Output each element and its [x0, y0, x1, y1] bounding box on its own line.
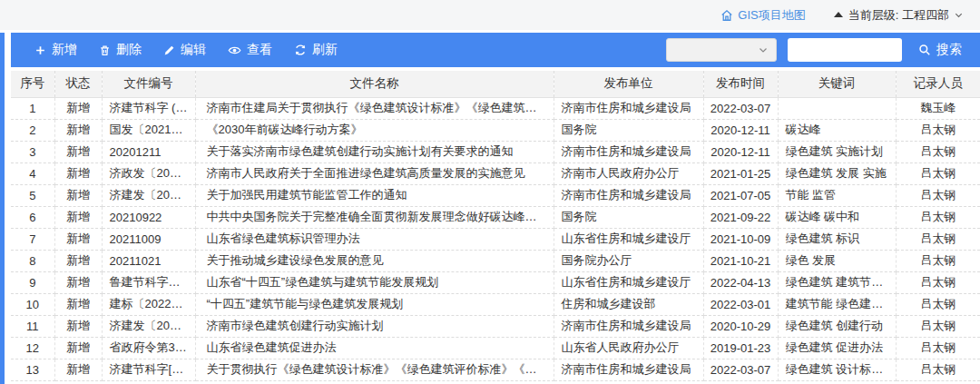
gis-map-link[interactable]: GIS项目地图	[720, 7, 805, 24]
cell-index: 8	[11, 250, 54, 271]
add-button[interactable]: 新增	[24, 33, 88, 67]
cell-publish-date: 2019-01-23	[703, 337, 778, 359]
table-row[interactable]: 1新增济建节科字 (20...济南市住建局关于贯彻执行《绿色建筑设计标准》《绿色…	[11, 97, 980, 119]
filter-select[interactable]	[666, 38, 777, 62]
cell-keywords: 绿色建筑 实施计划	[778, 141, 896, 162]
cell-file-number: 20211021	[102, 250, 195, 271]
table-row[interactable]: 6新增20210922中共中央国务院关于完整准确全面贯彻新发展理念做好碳达峰碳中…	[11, 206, 980, 228]
cell-keywords: 碳达峰 碳中和	[778, 206, 896, 228]
cell-publish-date: 2021-10-21	[703, 250, 778, 271]
cell-publisher: 山东省住房和城乡建设厅	[554, 271, 703, 293]
cell-keywords: 节能 监管	[778, 184, 896, 206]
cell-file-number: 济政发〔2021...	[102, 162, 195, 184]
cell-file-number: 20210922	[102, 206, 195, 228]
cell-status: 新增	[54, 162, 102, 184]
cell-recorder: 吕太钢	[896, 337, 980, 359]
cell-file-name: 济南市绿色建筑创建行动实施计划	[195, 315, 554, 337]
cell-publisher: 山东省住房和城乡建设厅	[554, 228, 703, 250]
cell-status: 新增	[54, 250, 102, 271]
table-row[interactable]: 9新增鲁建节科字〔20...山东省“十四五”绿色建筑与建筑节能发展规划山东省住房…	[11, 271, 980, 293]
table-row[interactable]: 4新增济政发〔2021...济南市人民政府关于全面推进绿色建筑高质量发展的实施意…	[11, 162, 980, 184]
edit-button[interactable]: 编辑	[152, 33, 217, 67]
cell-status: 新增	[54, 271, 102, 293]
delete-button[interactable]: 删除	[88, 33, 152, 67]
cell-status: 新增	[54, 228, 102, 250]
top-bar: GIS项目地图 当前层级: 工程四部	[0, 0, 980, 30]
cell-publisher: 济南市住房和城乡建设局	[554, 141, 703, 162]
cell-status: 新增	[54, 337, 102, 359]
cell-publish-date: 2022-03-01	[703, 293, 778, 315]
cell-file-name: 关于推动城乡建设绿色发展的意见	[195, 250, 554, 271]
view-button[interactable]: 查看	[217, 33, 283, 67]
col-header-publisher: 发布单位	[554, 71, 703, 97]
cell-publisher: 济南市住房和城乡建设局	[554, 315, 703, 337]
table-row[interactable]: 13新增济建节科字[202...关于贯彻执行《绿色建筑设计标准》《绿色建筑评价标…	[11, 359, 980, 380]
cell-publish-date: 2021-01-25	[703, 162, 778, 184]
table-row[interactable]: 8新增20211021关于推动城乡建设绿色发展的意见国务院办公厅2021-10-…	[11, 250, 980, 271]
current-level-dropdown[interactable]: 当前层级: 工程四部	[833, 7, 964, 24]
cell-publisher: 济南市住房和城乡建设局	[554, 97, 703, 119]
search-button[interactable]: 搜索	[913, 33, 967, 67]
cell-publish-date: 2020-10-29	[703, 315, 778, 337]
cell-keywords: 绿色建筑 建筑节能 ...	[778, 271, 896, 293]
cell-index: 13	[11, 359, 54, 380]
refresh-icon	[294, 44, 307, 56]
pencil-icon	[163, 44, 175, 56]
cell-index: 6	[11, 206, 54, 228]
col-header-recorder: 记录人员	[896, 71, 980, 97]
cell-recorder: 吕太钢	[896, 184, 980, 206]
cell-index: 2	[11, 119, 54, 141]
cell-file-name: 山东省绿色建筑标识管理办法	[195, 228, 554, 250]
table-row[interactable]: 12新增省政府令第323号山东省绿色建筑促进办法山东省人民政府办公厅2019-0…	[11, 337, 980, 359]
cell-publisher: 济南市住房和城乡建设局	[554, 359, 703, 380]
cell-file-name: 济南市住建局关于贯彻执行《绿色建筑设计标准》《绿色建筑评价标...	[195, 97, 554, 119]
search-label: 搜索	[936, 42, 962, 58]
cell-publish-date: 2021-09-22	[703, 206, 778, 228]
cell-publish-date: 2022-03-07	[703, 97, 778, 119]
cell-keywords: 绿色建筑 促进办法	[778, 337, 896, 359]
cell-status: 新增	[54, 293, 102, 315]
cell-keywords: 绿色 发展	[778, 250, 896, 271]
cell-index: 9	[11, 271, 54, 293]
chevron-down-icon	[758, 44, 769, 55]
cell-file-name: 《2030年前碳达峰行动方案》	[195, 119, 554, 141]
table-body: 1新增济建节科字 (20...济南市住建局关于贯彻执行《绿色建筑设计标准》《绿色…	[11, 97, 980, 380]
add-label: 新增	[52, 42, 77, 58]
col-header-index: 序号	[11, 71, 54, 97]
cell-file-name: 关于落实济南市绿色建筑创建行动实施计划有关要求的通知	[195, 141, 554, 162]
cell-recorder: 吕太钢	[896, 293, 980, 315]
cell-file-number: 鲁建节科字〔20...	[102, 271, 195, 293]
table-row[interactable]: 7新增20211009山东省绿色建筑标识管理办法山东省住房和城乡建设厅2021-…	[11, 228, 980, 250]
cell-file-name: 中共中央国务院关于完整准确全面贯彻新发展理念做好碳达峰碳中和...	[195, 206, 554, 228]
cell-status: 新增	[54, 184, 102, 206]
cell-status: 新增	[54, 97, 102, 119]
refresh-button[interactable]: 刷新	[283, 33, 348, 67]
col-header-status: 状态	[54, 71, 102, 97]
table-row[interactable]: 10新增建标〔2022〕2...“十四五”建筑节能与绿色建筑发展规划住房和城乡建…	[11, 293, 980, 315]
cell-file-number: 济建发〔2020...	[102, 315, 195, 337]
cell-file-number: 省政府令第323号	[102, 337, 195, 359]
cell-publish-date: 2022-04-13	[703, 271, 778, 293]
col-header-file-number: 文件编号	[102, 71, 195, 97]
table-header-row: 序号 状态 文件编号 文件名称 发布单位 发布时间 关键词 记录人员	[11, 71, 980, 97]
table-row[interactable]: 5新增济建发〔2021...关于加强民用建筑节能监管工作的通知济南市住房和城乡建…	[11, 184, 980, 206]
cell-file-name: 关于贯彻执行《绿色建筑设计标准》《绿色建筑评价标准》《山东省...	[195, 359, 554, 380]
cell-recorder: 吕太钢	[896, 315, 980, 337]
col-header-publish-date: 发布时间	[703, 71, 778, 97]
edit-label: 编辑	[181, 42, 206, 58]
search-input[interactable]	[788, 38, 902, 62]
table-row[interactable]: 11新增济建发〔2020...济南市绿色建筑创建行动实施计划济南市住房和城乡建设…	[11, 315, 980, 337]
cell-recorder: 吕太钢	[896, 141, 980, 162]
cell-file-number: 济建发〔2021...	[102, 184, 195, 206]
cell-index: 12	[11, 337, 54, 359]
col-header-file-name: 文件名称	[195, 71, 554, 97]
table-row[interactable]: 3新增20201211关于落实济南市绿色建筑创建行动实施计划有关要求的通知济南市…	[11, 141, 980, 162]
cell-file-name: 山东省绿色建筑促进办法	[195, 337, 554, 359]
cell-publisher: 山东省人民政府办公厅	[554, 337, 703, 359]
cell-status: 新增	[54, 141, 102, 162]
table-row[interactable]: 2新增国发〔2021〕2...《2030年前碳达峰行动方案》国务院2020-12…	[11, 119, 980, 141]
cell-publisher: 济南市住房和城乡建设局	[554, 184, 703, 206]
cell-recorder: 吕太钢	[896, 119, 980, 141]
cell-status: 新增	[54, 206, 102, 228]
cell-index: 5	[11, 184, 54, 206]
